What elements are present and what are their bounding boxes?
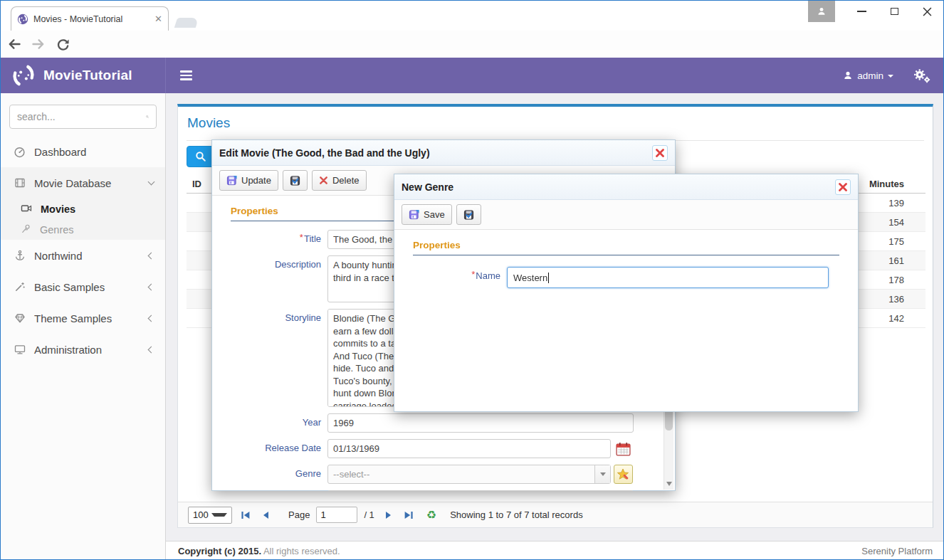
sidebar: Dashboard Movie Database Movies Genres N…	[1, 93, 166, 560]
apply-changes-disk-icon	[463, 209, 474, 220]
browser-tab[interactable]: Movies - MovieTutorial ✕	[11, 6, 169, 31]
sidebar-item-label: Dashboard	[34, 146, 86, 158]
update-button-label: Update	[241, 175, 271, 186]
sidebar-item-administration[interactable]: Administration	[1, 334, 165, 365]
search-icon	[195, 151, 206, 162]
page-size-value: 100	[193, 509, 209, 520]
title-field-label: *Title	[231, 230, 327, 249]
save-button-label: Save	[424, 209, 445, 220]
sidebar-item-movies[interactable]: Movies	[1, 199, 165, 219]
app-header: MovieTutorial admin	[1, 58, 943, 93]
edit-dialog-close-button[interactable]	[652, 145, 668, 161]
reload-button[interactable]	[52, 33, 73, 55]
name-field-input[interactable]: Western	[507, 267, 829, 288]
genre-select-value: --select--	[328, 469, 594, 480]
platform-label: Serenity Platform	[861, 546, 933, 556]
genre-field-label: Genre	[231, 465, 327, 484]
minimize-icon	[857, 11, 866, 12]
username: admin	[857, 70, 883, 81]
sidebar-item-label: Theme Samples	[34, 312, 112, 324]
description-field-label: Description	[231, 255, 327, 302]
back-button[interactable]	[4, 33, 25, 55]
sidebar-item-label: Administration	[34, 344, 102, 356]
sidebar-item-label: Basic Samples	[34, 281, 105, 293]
first-page-icon	[241, 510, 251, 520]
save-button[interactable]: Save	[402, 204, 452, 225]
footer: Copyright (c) 2015. All rights reserved.…	[166, 541, 944, 560]
name-field-label: *Name	[413, 267, 507, 288]
delete-button-label: Delete	[332, 175, 360, 186]
thumbtack-icon	[21, 223, 31, 236]
close-icon	[923, 7, 932, 16]
year-field-input[interactable]	[327, 413, 634, 433]
page-label: Page	[288, 509, 310, 520]
new-tab-button[interactable]	[174, 18, 199, 28]
pager-summary: Showing 1 to 7 of 7 total records	[450, 509, 582, 520]
sidebar-item-theme-samples[interactable]: Theme Samples	[1, 302, 165, 334]
genre-select[interactable]: --select--	[327, 465, 611, 484]
release-date-input[interactable]	[327, 439, 611, 458]
grid-search-button[interactable]	[187, 146, 214, 167]
apply-changes-disk-icon	[290, 175, 300, 186]
genre-dialog-titlebar[interactable]: New Genre	[394, 174, 858, 200]
edit-dialog-titlebar[interactable]: Edit Movie (The Good, the Bad and the Ug…	[212, 140, 675, 166]
page-size-select[interactable]: 100	[188, 507, 232, 524]
favicon-serenity-icon	[17, 14, 28, 25]
last-page-icon	[404, 510, 414, 520]
copyright-rest: All rights reserved.	[263, 546, 340, 556]
calendar-button[interactable]	[614, 439, 632, 458]
next-page-button[interactable]	[381, 508, 395, 522]
sidebar-item-genres[interactable]: Genres	[1, 219, 165, 240]
caret-down-icon	[211, 513, 227, 517]
sidebar-item-northwind[interactable]: Northwind	[1, 240, 165, 271]
new-genre-dialog: New Genre Save Properties	[394, 174, 859, 412]
apply-changes-button[interactable]	[283, 170, 308, 191]
person-icon	[817, 6, 827, 16]
window-maximize-button[interactable]	[878, 1, 911, 22]
page-title: Movies	[187, 115, 230, 131]
reload-icon	[56, 38, 70, 51]
sidebar-item-dashboard[interactable]: Dashboard	[1, 136, 165, 167]
sidebar-search[interactable]	[9, 105, 157, 129]
first-page-button[interactable]	[238, 508, 253, 522]
sidebar-item-movie-database[interactable]: Movie Database	[1, 167, 165, 199]
chevron-left-icon	[148, 346, 155, 353]
sidebar-toggle-icon[interactable]	[180, 70, 192, 80]
inline-add-genre-button[interactable]	[614, 465, 633, 484]
browser-titlebar: Movies - MovieTutorial ✕	[1, 1, 943, 31]
serenity-logo-icon	[11, 63, 36, 88]
scrollbar-down-arrow[interactable]	[666, 482, 672, 486]
prev-page-button[interactable]	[259, 508, 273, 522]
kind-field-label: *Kind	[231, 490, 327, 491]
window-minimize-button[interactable]	[845, 1, 878, 22]
apply-changes-button[interactable]	[456, 204, 481, 225]
forward-button[interactable]	[28, 33, 49, 55]
user-menu[interactable]: admin	[843, 70, 893, 81]
window-close-button[interactable]	[911, 1, 943, 22]
refresh-icon[interactable]: ♻	[426, 508, 436, 522]
delete-button[interactable]: Delete	[312, 170, 367, 191]
desktop-icon	[14, 344, 26, 355]
sidebar-item-basic-samples[interactable]: Basic Samples	[1, 271, 165, 302]
sidebar-search-input[interactable]	[17, 111, 146, 122]
page-number-input[interactable]	[316, 507, 357, 523]
dashboard-icon	[14, 146, 26, 158]
anchor-icon	[14, 250, 26, 261]
chevron-left-icon	[148, 283, 155, 290]
genre-dialog-close-button[interactable]	[835, 179, 851, 195]
tab-close-icon[interactable]: ✕	[154, 14, 162, 23]
caret-down-icon	[600, 472, 606, 476]
grid-toolbar	[187, 146, 214, 169]
video-camera-icon	[21, 202, 32, 216]
settings-gears-icon[interactable]	[913, 68, 930, 83]
brand[interactable]: MovieTutorial	[1, 58, 166, 93]
calendar-icon	[616, 442, 631, 456]
select-caret[interactable]	[594, 465, 610, 483]
last-page-button[interactable]	[402, 508, 416, 522]
storyline-field-label: Storyline	[231, 309, 327, 407]
kind-select[interactable]: Film	[327, 490, 634, 491]
forward-arrow-icon	[31, 37, 46, 51]
update-button[interactable]: Update	[219, 170, 278, 191]
profile-avatar-button[interactable]	[808, 1, 835, 22]
save-disk-icon	[226, 175, 237, 186]
